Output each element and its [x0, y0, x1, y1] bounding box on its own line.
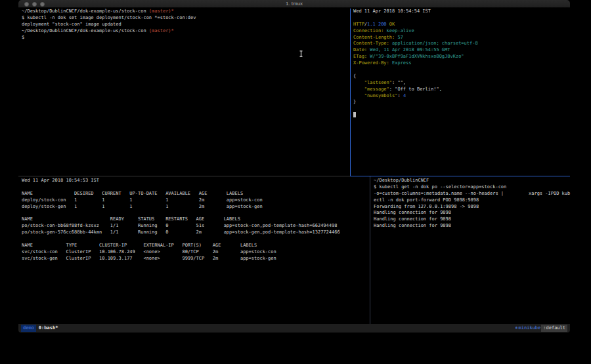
- terminal-line: "lastseen": "",: [353, 80, 569, 87]
- terminal-line: NAME READY STATUS RESTARTS AGE LABELS: [22, 216, 368, 223]
- terminal-line: ~/Desktop/DublinCNCF: [374, 178, 569, 184]
- terminal-line: Content-Length: 57: [353, 35, 569, 41]
- terminal-line: Forwarding from 127.0.0.1:9898 -> 9898: [374, 204, 569, 211]
- terminal-line: ectl -n dok port-forward POD 9898:9898: [374, 197, 569, 204]
- terminal-line: ~/Desktop/DublinCNCF/dok-example-us/stoc…: [22, 9, 349, 15]
- terminal-line: Content-Type: application/json; charset=…: [353, 41, 569, 47]
- terminal-line: [353, 15, 569, 22]
- terminal-line: NAME DESIRED CURRENT UP-TO-DATE AVAILABL…: [22, 191, 368, 197]
- terminal-line: Connection: keep-alive: [353, 28, 569, 35]
- window-title: 1. tmux: [18, 0, 570, 8]
- terminal-line: -o=custom-columns=:metadata.name --no-he…: [374, 191, 569, 197]
- mouse-ibeam-cursor: [299, 47, 303, 60]
- terminal-line: [22, 184, 368, 191]
- title-bar: 1. tmux: [18, 0, 570, 8]
- tmux-status-bar: demo 0:bash* ⎈ minikube :default: [18, 324, 570, 333]
- terminal-line: Handling connection for 9898: [374, 223, 569, 230]
- terminal-line: [22, 210, 368, 216]
- terminal-window: 1. tmux ~/Desktop/DublinCNCF/dok-example…: [18, 0, 570, 334]
- terminal-line: [353, 67, 569, 73]
- terminal-line: svc/stock-gen ClusterIP 10.109.3.177 <no…: [22, 256, 368, 262]
- pane-divider-horizontal-left[interactable]: [18, 176, 350, 176]
- terminal-line: "message": "Off to Berlin!",: [353, 87, 569, 93]
- pane-top-right-http-response[interactable]: Wed 11 Apr 2018 10:54:54 ISTHTTP/1.1 200…: [353, 9, 569, 106]
- terminal-line: [22, 236, 368, 243]
- terminal-line: po/stock-gen-576cc688bb-44kmn 1/1 Runnin…: [22, 230, 368, 236]
- terminal-line: "numsymbols": 4: [353, 93, 569, 100]
- pane-top-left-shell[interactable]: ~/Desktop/DublinCNCF/dok-example-us/stoc…: [22, 9, 349, 41]
- kube-context-label: minikube: [519, 325, 542, 332]
- kube-namespace-label: :default: [541, 325, 567, 332]
- terminal-line: $: [22, 35, 349, 41]
- terminal-line: Wed 11 Apr 2018 10:54:53 IST: [22, 178, 368, 184]
- tmux-window-tab[interactable]: 0:bash*: [36, 325, 58, 332]
- terminal-line: deployment "stock-con" image updated: [22, 22, 349, 28]
- terminal-line: svc/stock-con ClusterIP 10.106.78.249 <n…: [22, 249, 368, 256]
- terminal-line: ETag: W/"39-0xBPf9aF1dXVNkhsxoBQgJ8vKzo": [353, 54, 569, 60]
- terminal-line: $ kubectl -n dok set image deployment/st…: [22, 15, 349, 22]
- status-bar-right: ⎈ minikube :default: [515, 325, 567, 332]
- terminal-line: po/stock-con-bb68f88fd-kzsxz 1/1 Running…: [22, 223, 368, 230]
- terminal-line: {: [353, 73, 569, 80]
- terminal-line: Handling connection for 9898: [374, 210, 569, 216]
- terminal-block-cursor: [353, 112, 356, 117]
- terminal-line: $ kubectl get -n dok po --selector=app=s…: [374, 184, 569, 191]
- session-name-badge: demo: [21, 325, 36, 332]
- pane-bottom-left-kubectl-watch[interactable]: Wed 11 Apr 2018 10:54:53 ISTNAME DESIRED…: [22, 178, 368, 262]
- pane-bottom-right-port-forward[interactable]: ~/Desktop/DublinCNCF$ kubectl get -n dok…: [374, 178, 569, 230]
- terminal-line: X-Powered-By: Express: [353, 60, 569, 67]
- pane-divider-horizontal-right[interactable]: [350, 176, 570, 176]
- terminal-line: }: [353, 99, 569, 106]
- terminal-line: NAME TYPE CLUSTER-IP EXTERNAL-IP PORT(S)…: [22, 243, 368, 249]
- terminal-line: Handling connection for 9898: [374, 216, 569, 223]
- pane-divider-vertical-bottom[interactable]: [370, 176, 370, 324]
- terminal-line: deploy/stock-con 1 1 1 1 2m app=stock-co…: [22, 197, 368, 204]
- terminal-line: ~/Desktop/DublinCNCF/dok-example-us/stoc…: [22, 28, 349, 35]
- terminal-line: Date: Wed, 11 Apr 2018 09:54:55 GMT: [353, 47, 569, 54]
- terminal-line: HTTP/1.1 200 OK: [353, 22, 569, 28]
- terminal-line: Wed 11 Apr 2018 10:54:54 IST: [353, 9, 569, 15]
- pane-divider-vertical-top[interactable]: [350, 9, 351, 176]
- terminal-line: deploy/stock-gen 1 1 1 1 2m app=stock-ge…: [22, 204, 368, 211]
